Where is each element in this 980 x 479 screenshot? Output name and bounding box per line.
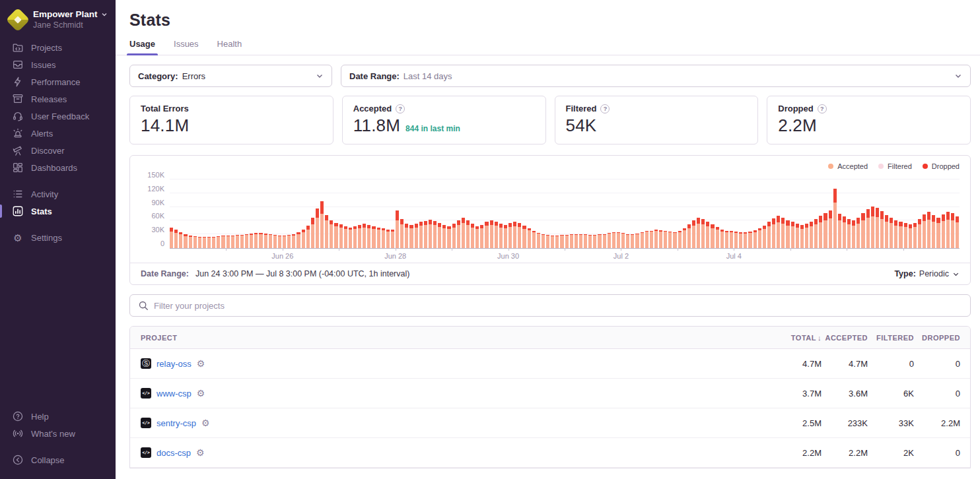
usage-bar[interactable] [956, 216, 959, 248]
usage-bar[interactable] [876, 208, 879, 248]
sidebar-item-collapse[interactable]: Collapse [0, 451, 116, 468]
usage-bar[interactable] [250, 234, 253, 248]
usage-bar[interactable] [302, 230, 305, 248]
usage-bar[interactable] [405, 224, 408, 248]
usage-bar[interactable] [221, 236, 225, 248]
usage-bar[interactable] [593, 235, 596, 248]
usage-bar[interactable] [744, 232, 747, 248]
usage-bar[interactable] [678, 231, 682, 248]
usage-bar[interactable] [748, 232, 752, 248]
usage-bar[interactable] [292, 234, 295, 248]
project-settings-gear-icon[interactable]: ⚙ [197, 359, 205, 368]
usage-bar[interactable] [706, 222, 709, 248]
usage-bar[interactable] [400, 219, 403, 248]
usage-bar[interactable] [913, 223, 917, 248]
usage-bar[interactable] [471, 224, 474, 248]
column-header-project[interactable]: Project [141, 334, 742, 342]
usage-bar[interactable] [184, 234, 187, 248]
usage-bar[interactable] [588, 235, 592, 248]
usage-bar[interactable] [537, 233, 540, 248]
usage-bar[interactable] [777, 216, 780, 248]
usage-bar[interactable] [447, 226, 450, 248]
usage-bar[interactable] [800, 225, 804, 248]
usage-bar[interactable] [372, 226, 375, 248]
usage-bar[interactable] [170, 228, 173, 248]
usage-bar[interactable] [382, 228, 385, 248]
usage-bar[interactable] [829, 210, 832, 248]
org-switcher[interactable]: Empower Plant Jane Schmidt [0, 8, 116, 39]
usage-bar[interactable] [555, 236, 559, 248]
column-header-filtered[interactable]: Filtered [868, 334, 914, 342]
usage-bar[interactable] [946, 212, 950, 248]
usage-bar[interactable] [885, 215, 888, 248]
usage-bar[interactable] [725, 231, 728, 248]
usage-bar[interactable] [480, 225, 483, 248]
sidebar-item-projects[interactable]: Projects [0, 39, 116, 56]
usage-bar[interactable] [269, 234, 272, 248]
usage-bar[interactable] [377, 228, 380, 248]
usage-bar[interactable] [227, 236, 230, 248]
sidebar-item-dashboards[interactable]: Dashboards [0, 159, 116, 176]
usage-bar[interactable] [857, 218, 860, 248]
usage-bar[interactable] [951, 213, 954, 248]
sidebar-item-user-feedback[interactable]: User Feedback [0, 108, 116, 125]
usage-bar[interactable] [838, 214, 841, 248]
usage-bar[interactable] [457, 220, 460, 248]
usage-bar[interactable] [711, 224, 714, 248]
usage-bar[interactable] [890, 218, 893, 248]
usage-bar[interactable] [659, 230, 662, 248]
usage-bar[interactable] [452, 224, 456, 248]
usage-bar[interactable] [358, 225, 361, 248]
usage-bar[interactable] [772, 218, 775, 248]
usage-bar[interactable] [687, 224, 691, 248]
usage-bar[interactable] [518, 223, 521, 248]
usage-bar[interactable] [353, 226, 357, 248]
usage-bar[interactable] [193, 236, 197, 248]
usage-bar[interactable] [419, 222, 423, 248]
project-settings-gear-icon[interactable]: ⚙ [197, 389, 205, 398]
usage-bar[interactable] [720, 230, 724, 248]
help-icon[interactable]: ? [396, 104, 405, 113]
usage-bar[interactable] [654, 230, 658, 248]
tab-health[interactable]: Health [217, 39, 242, 55]
usage-bar[interactable] [603, 234, 606, 248]
usage-bar[interactable] [334, 223, 337, 248]
project-link[interactable]: www-csp [157, 389, 192, 399]
usage-bar[interactable] [264, 234, 267, 248]
usage-bar[interactable] [626, 234, 629, 248]
usage-bar[interactable] [499, 224, 503, 248]
usage-bar[interactable] [174, 230, 178, 248]
usage-bar[interactable] [386, 230, 390, 248]
usage-bar[interactable] [438, 223, 441, 248]
usage-bar[interactable] [617, 232, 620, 248]
legend-item-dropped[interactable]: Dropped [923, 162, 960, 170]
usage-bar[interactable] [513, 222, 516, 248]
usage-bar[interactable] [542, 234, 545, 248]
usage-bar[interactable] [207, 237, 211, 248]
usage-bar[interactable] [932, 215, 935, 248]
usage-bar[interactable] [899, 222, 902, 248]
legend-item-accepted[interactable]: Accepted [828, 162, 868, 170]
usage-bar[interactable] [927, 212, 930, 248]
usage-bar[interactable] [283, 236, 286, 248]
category-select[interactable]: Category: Errors [129, 65, 332, 87]
usage-bar[interactable] [349, 228, 352, 248]
usage-bar[interactable] [344, 226, 347, 248]
usage-bar[interactable] [909, 224, 912, 248]
sidebar-item-alerts[interactable]: Alerts [0, 125, 116, 142]
usage-bar[interactable] [485, 222, 488, 248]
usage-bar[interactable] [490, 220, 493, 248]
usage-bar[interactable] [810, 222, 813, 248]
column-header-accepted[interactable]: Accepted [822, 334, 868, 342]
sidebar-item-stats[interactable]: Stats [0, 203, 116, 220]
usage-bar[interactable] [823, 213, 827, 248]
usage-bar[interactable] [701, 219, 705, 248]
sidebar-item-issues[interactable]: Issues [0, 56, 116, 73]
usage-bar[interactable] [894, 220, 897, 248]
usage-bar[interactable] [254, 233, 258, 248]
usage-bar[interactable] [739, 232, 742, 248]
usage-bar[interactable] [942, 214, 945, 248]
usage-bar[interactable] [923, 214, 926, 248]
usage-bar[interactable] [866, 209, 870, 248]
usage-bar[interactable] [273, 235, 277, 248]
